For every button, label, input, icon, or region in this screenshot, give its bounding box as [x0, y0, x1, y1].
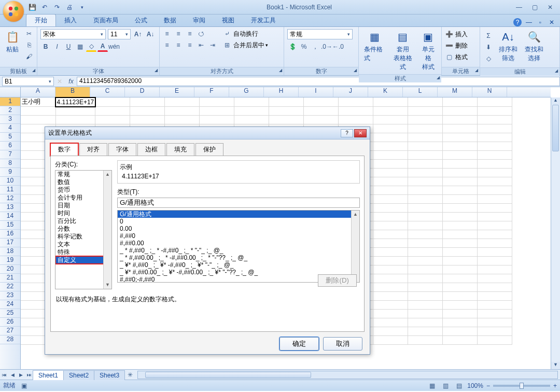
- cell[interactable]: [373, 274, 408, 283]
- col-header[interactable]: K: [368, 87, 403, 97]
- cancel-button[interactable]: 取消: [323, 337, 362, 351]
- cell[interactable]: [373, 97, 408, 107]
- cell[interactable]: [443, 336, 478, 345]
- row-header[interactable]: 8: [0, 159, 20, 168]
- cell[interactable]: [373, 133, 408, 142]
- sheet-nav-first-icon[interactable]: ⏮: [0, 371, 8, 379]
- cond-format-button[interactable]: ▦条件格式: [361, 29, 388, 64]
- row-header[interactable]: 21: [0, 274, 20, 283]
- cell[interactable]: [478, 301, 512, 310]
- view-normal-icon[interactable]: ▦: [427, 381, 437, 391]
- zoom-out-icon[interactable]: −: [486, 382, 490, 389]
- cell[interactable]: [269, 97, 304, 107]
- cell[interactable]: [478, 97, 512, 107]
- sort-button[interactable]: A↓排序和 筛选: [496, 29, 521, 64]
- cell[interactable]: [373, 292, 408, 301]
- cell[interactable]: [443, 221, 478, 230]
- cell[interactable]: [373, 248, 408, 257]
- cell[interactable]: [478, 186, 512, 195]
- cell[interactable]: [373, 177, 408, 186]
- fill-icon[interactable]: ⬇: [483, 42, 494, 52]
- cell[interactable]: [443, 133, 478, 142]
- cell[interactable]: [478, 230, 512, 239]
- cell[interactable]: [130, 116, 165, 124]
- cell[interactable]: [21, 116, 55, 124]
- cell[interactable]: [234, 116, 269, 124]
- cell[interactable]: [443, 142, 478, 151]
- cell[interactable]: [478, 248, 512, 257]
- cell-style-button[interactable]: ▣单元格 样式: [417, 29, 439, 73]
- ribbon-restore-icon[interactable]: ▫: [536, 18, 544, 26]
- align-center-icon[interactable]: ≡: [173, 40, 184, 50]
- cell[interactable]: [408, 160, 443, 169]
- paste-button[interactable]: 📋粘贴: [2, 29, 23, 55]
- italic-icon[interactable]: I: [52, 41, 62, 52]
- cell[interactable]: [95, 107, 130, 116]
- cell[interactable]: [478, 274, 512, 283]
- col-header[interactable]: L: [403, 87, 438, 97]
- col-header[interactable]: E: [160, 87, 194, 97]
- percent-icon[interactable]: %: [299, 41, 309, 52]
- cell[interactable]: [478, 257, 512, 265]
- cell[interactable]: [373, 142, 408, 151]
- row-header[interactable]: 4: [0, 124, 20, 133]
- cell[interactable]: [373, 265, 408, 274]
- indent-dec-icon[interactable]: ⇤: [196, 40, 206, 50]
- cell[interactable]: [443, 97, 478, 107]
- select-all-corner[interactable]: [0, 87, 21, 97]
- cell[interactable]: [200, 107, 234, 116]
- cell[interactable]: [443, 204, 478, 213]
- ribbon-tab-7[interactable]: 开发工具: [243, 15, 284, 26]
- cell[interactable]: [478, 283, 512, 292]
- cell[interactable]: [304, 107, 339, 116]
- cell[interactable]: [373, 336, 408, 345]
- cell[interactable]: [478, 151, 512, 160]
- autosum-icon[interactable]: Σ: [483, 31, 494, 41]
- type-item[interactable]: _ * #,##0_ ;_ * -#,##0_ ;_ * "-"_ ;_ @_: [118, 247, 359, 254]
- cell[interactable]: [408, 283, 443, 292]
- row-header[interactable]: 14: [0, 212, 20, 221]
- cell[interactable]: [443, 292, 478, 301]
- cell[interactable]: [443, 116, 478, 124]
- cell[interactable]: [478, 310, 512, 318]
- cell[interactable]: [478, 213, 512, 221]
- cell[interactable]: [408, 142, 443, 151]
- cell[interactable]: [373, 221, 408, 230]
- cell[interactable]: [443, 186, 478, 195]
- horizontal-scrollbar[interactable]: [137, 371, 558, 379]
- cell[interactable]: [408, 204, 443, 213]
- cell[interactable]: [408, 274, 443, 283]
- type-item[interactable]: G/通用格式: [118, 211, 359, 218]
- cell[interactable]: [304, 116, 339, 124]
- cell[interactable]: [478, 221, 512, 230]
- cell[interactable]: [478, 169, 512, 177]
- cell[interactable]: [478, 133, 512, 142]
- cell[interactable]: [373, 124, 408, 133]
- row-header[interactable]: 24: [0, 300, 20, 309]
- cell[interactable]: [443, 248, 478, 257]
- cell[interactable]: [373, 239, 408, 248]
- zoom-slider[interactable]: [493, 385, 550, 387]
- new-sheet-icon[interactable]: ✳: [125, 370, 135, 380]
- cancel-formula-icon[interactable]: ✕: [54, 76, 65, 87]
- sheet-tab[interactable]: Sheet1: [33, 370, 64, 380]
- orientation-icon[interactable]: ⭯: [196, 29, 206, 39]
- dialog-close-icon[interactable]: ✕: [354, 129, 367, 137]
- ribbon-tab-3[interactable]: 公式: [127, 15, 156, 26]
- copy-icon[interactable]: ⎘: [24, 40, 34, 50]
- cell[interactable]: [165, 97, 200, 107]
- minimize-icon[interactable]: —: [511, 3, 527, 11]
- cell[interactable]: [408, 292, 443, 301]
- col-header[interactable]: D: [125, 87, 160, 97]
- dialog-tab[interactable]: 保护: [195, 143, 223, 156]
- align-left-icon[interactable]: ≡: [162, 40, 172, 50]
- undo-icon[interactable]: ↶: [39, 2, 50, 12]
- align-mid-icon[interactable]: ≡: [173, 29, 184, 39]
- cell[interactable]: [408, 239, 443, 248]
- cell[interactable]: [95, 116, 130, 124]
- shrink-font-icon[interactable]: A↓: [145, 29, 156, 39]
- cell[interactable]: [373, 230, 408, 239]
- save-icon[interactable]: 💾: [27, 2, 37, 12]
- bold-icon[interactable]: B: [40, 41, 51, 52]
- dialog-tab[interactable]: 对齐: [79, 143, 107, 156]
